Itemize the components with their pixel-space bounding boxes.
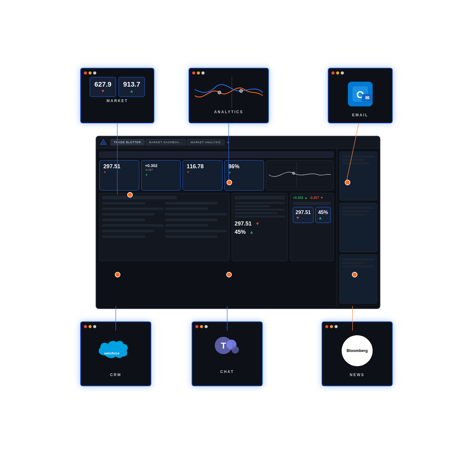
dot-yellow (197, 71, 200, 75)
right-stats-panel: +0.302 ▲ -0.267 ▼ 297.51 ▼ 45% ▲ (290, 193, 334, 261)
search-bar[interactable] (99, 152, 334, 158)
table-row (102, 224, 163, 227)
chat-label: CHAT (195, 370, 259, 374)
news-window: Bloomberg NEWS (322, 321, 393, 386)
table-row (165, 213, 227, 216)
connector-dot-crm (115, 272, 120, 277)
table-row (165, 230, 227, 232)
right-card-1 (340, 152, 377, 201)
dashboard-header: TRADE BLOTTER MARKET DASHBOA... MARKET A… (96, 136, 380, 148)
mini-chart-svg (268, 162, 331, 187)
connector-dot-market (127, 192, 133, 198)
stat-row-1: 297.51 ▼ (235, 221, 285, 227)
tab-market-dashboard[interactable]: MARKET DASHBOA... (146, 139, 186, 145)
stat-neg: -0.267 ▼ (309, 196, 323, 199)
add-tab-button[interactable]: + (227, 140, 229, 145)
connector-dot-news (352, 272, 357, 277)
metric-card-2: +0.302 -0.267 ▲ (141, 160, 181, 191)
big-stat-arrow-1: ▼ (296, 215, 311, 220)
connector-dot-chat (226, 272, 232, 277)
market-content: 627.9 ▼ 913.7 ▲ (84, 77, 151, 97)
analytics-titlebar (192, 71, 265, 75)
dot-white (201, 71, 205, 75)
table-row (165, 208, 208, 210)
email-content: O ✉ (331, 77, 389, 111)
table-header-bar (102, 196, 177, 199)
market-titlebar (84, 71, 151, 75)
metrics-row: 297.51 ▼ +0.302 -0.267 ▲ 116.78 ▼ 86% (99, 160, 334, 191)
market-arrow1: ▼ (94, 88, 111, 93)
diagram-container: 627.9 ▼ 913.7 ▲ MARKET (68, 62, 408, 402)
list-item (235, 209, 285, 211)
right-row (342, 259, 374, 260)
table-row (165, 235, 217, 238)
market-label: MARKET (84, 99, 151, 103)
table-row (165, 219, 217, 221)
metric-arrow-1: ▼ (103, 170, 135, 174)
mid-header (235, 196, 285, 199)
dot-white (93, 71, 96, 75)
stat-arrow-1: ▼ (255, 221, 260, 226)
analytics-content (192, 77, 265, 108)
dot-yellow (89, 71, 92, 75)
table-panel (99, 193, 229, 261)
dashboard-body: 297.51 ▼ +0.302 -0.267 ▲ 116.78 ▼ 86% (96, 148, 380, 307)
right-row (342, 262, 365, 264)
table-row (165, 224, 208, 227)
salesforce-logo: salesforce (96, 335, 136, 366)
list-item (235, 216, 285, 217)
bloomberg-logo: Bloomberg (342, 335, 373, 366)
svg-text:T: T (221, 341, 226, 350)
bottom-panels: 297.51 ▼ 45% ▲ +0.302 ▲ (99, 193, 334, 261)
dashboard-logo (100, 139, 107, 146)
dot-yellow (200, 325, 203, 328)
table-row (102, 230, 154, 232)
bloomberg-text: Bloomberg (347, 348, 368, 353)
big-stat-val-1: 297.51 (296, 210, 311, 215)
dot-white (341, 71, 344, 75)
big-stat-arrow-2: ▲ (318, 215, 328, 220)
big-stat-card-1: 297.51 ▼ (293, 207, 314, 223)
right-row (342, 210, 370, 212)
metric-card-4: 86% ▲ (224, 160, 264, 191)
dot-red (325, 325, 328, 328)
tab-trade-blotter[interactable]: TRADE BLOTTER (110, 139, 145, 145)
tab-market-analysis[interactable]: MARKET ANALYSIS (187, 139, 224, 145)
right-row (342, 207, 374, 209)
metric-val-2b: -0.267 (145, 168, 177, 171)
stat-pos: +0.302 ▲ (293, 196, 308, 199)
dot-white (335, 325, 338, 328)
email-label: EMAIL (331, 113, 389, 117)
market-val2: 913.7 (123, 80, 140, 88)
right-row (342, 159, 365, 161)
table-columns (102, 202, 227, 264)
dashboard-right-sidebar (337, 148, 380, 307)
svg-point-22 (292, 172, 295, 174)
dashboard-main: 297.51 ▼ +0.302 -0.267 ▲ 116.78 ▼ 86% (96, 148, 337, 307)
list-item (235, 212, 277, 214)
mid-panel: 297.51 ▼ 45% ▲ (232, 193, 288, 261)
metric-card-1: 297.51 ▼ (99, 160, 139, 191)
news-content: Bloomberg (325, 331, 389, 371)
list-item (235, 205, 270, 207)
market-val2-box: 913.7 ▲ (119, 77, 145, 97)
analytics-label: ANALYTICS (192, 110, 265, 114)
teams-icon-wrap: T (195, 331, 259, 368)
metric-val-1: 297.51 (103, 164, 135, 169)
list-item (235, 202, 285, 204)
analytics-window: ANALYTICS (188, 68, 269, 123)
right-row (342, 214, 365, 216)
dot-red (84, 71, 87, 75)
main-dashboard: TRADE BLOTTER MARKET DASHBOA... MARKET A… (96, 136, 380, 309)
market-arrow2: ▲ (123, 88, 140, 93)
news-titlebar (325, 325, 389, 328)
right-row (342, 162, 370, 164)
dot-yellow (89, 325, 92, 328)
stat-val-1: 297.51 (235, 221, 252, 227)
metric-val-3: 116.78 (187, 164, 219, 169)
right-row (342, 265, 374, 267)
svg-point-7 (218, 91, 221, 94)
table-row (102, 208, 163, 210)
dot-red (195, 325, 198, 328)
big-stat-val-2: 45% (318, 210, 328, 215)
